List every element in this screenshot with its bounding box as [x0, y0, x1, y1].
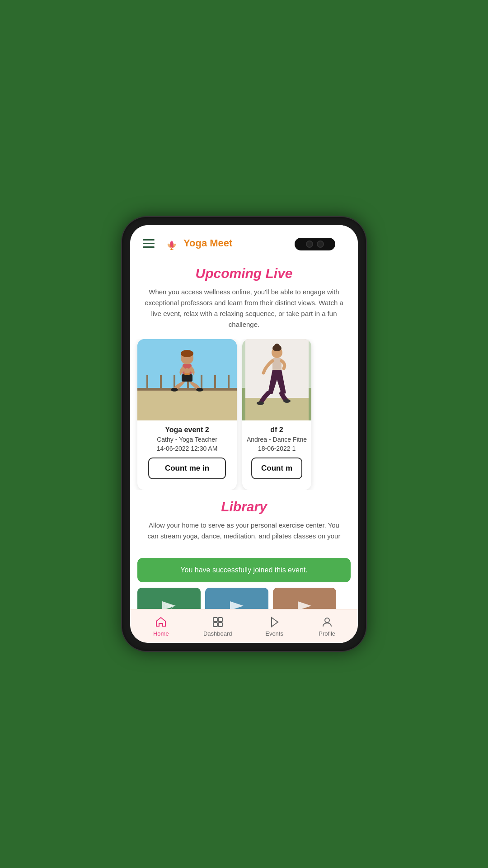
upcoming-live-title: Upcoming Live — [130, 266, 358, 281]
nav-dashboard-label: Dashboard — [203, 630, 232, 637]
event-card-2-body: df 2 Andrea - Dance Fitne 18-06-2022 1 C… — [242, 420, 311, 490]
nav-home[interactable]: Home — [145, 612, 177, 641]
count-me-in-button-2[interactable]: Count m — [251, 458, 302, 479]
success-toast: You have successfully joined this event. — [137, 558, 351, 582]
event-card-1-datetime: 14-06-2022 12:30 AM — [144, 445, 230, 452]
event-card-2-image — [242, 339, 311, 420]
phone-screen: Yoga Meet Upcoming Live When you access … — [130, 225, 358, 643]
svg-point-32 — [257, 401, 264, 405]
svg-rect-14 — [214, 375, 216, 391]
event-card-2-datetime: 18-06-2022 1 — [247, 445, 307, 452]
event-card-1-instructor: Cathy - Yoga Teacher — [144, 436, 230, 443]
home-icon — [155, 616, 167, 628]
svg-rect-10 — [160, 375, 162, 391]
svg-rect-27 — [245, 398, 309, 420]
yoga-figure-svg — [137, 339, 237, 420]
event-card-2-title: df 2 — [247, 426, 307, 434]
svg-marker-45 — [272, 618, 278, 627]
upcoming-live-desc: When you access wellness online, you'll … — [130, 287, 358, 330]
svg-point-22 — [196, 388, 203, 392]
camera-bar — [295, 238, 335, 250]
nav-dashboard[interactable]: Dashboard — [198, 612, 238, 641]
svg-rect-20 — [182, 374, 192, 382]
event-card-1: Yoga event 2 Cathy - Yoga Teacher 14-06-… — [137, 339, 237, 490]
logo-area: Yoga Meet — [164, 235, 232, 251]
event-card-1-body: Yoga event 2 Cathy - Yoga Teacher 14-06-… — [137, 420, 237, 490]
nav-events-label: Events — [265, 630, 283, 637]
camera-lens-1 — [306, 241, 313, 248]
count-me-in-button-1[interactable]: Count me in — [148, 458, 226, 479]
svg-rect-15 — [228, 375, 230, 391]
hamburger-line-1 — [143, 239, 155, 241]
svg-point-18 — [181, 350, 193, 357]
bottom-navigation: Home Dashboard — [130, 609, 358, 643]
svg-point-46 — [325, 618, 329, 623]
svg-point-33 — [283, 399, 291, 403]
svg-rect-24 — [184, 373, 190, 375]
svg-rect-41 — [213, 618, 217, 622]
profile-icon — [321, 616, 333, 628]
event-cards-row: Yoga event 2 Cathy - Yoga Teacher 14-06-… — [130, 339, 358, 490]
library-desc: Allow your home to serve as your persona… — [130, 520, 358, 542]
phone-shell: Yoga Meet Upcoming Live When you access … — [122, 217, 366, 651]
menu-button[interactable] — [141, 237, 156, 250]
events-icon — [268, 616, 281, 628]
event-card-1-image — [137, 339, 237, 420]
event-card-2-instructor: Andrea - Dance Fitne — [247, 436, 307, 443]
nav-profile[interactable]: Profile — [311, 612, 343, 641]
hamburger-line-3 — [143, 246, 155, 248]
lotus-icon — [164, 235, 180, 251]
svg-rect-43 — [213, 623, 217, 627]
svg-rect-44 — [218, 623, 222, 627]
hamburger-line-2 — [143, 243, 155, 244]
dance-figure-svg — [245, 339, 309, 420]
event-card-1-title: Yoga event 2 — [144, 426, 230, 434]
nav-events[interactable]: Events — [258, 612, 290, 641]
svg-rect-42 — [218, 618, 222, 622]
camera-lens-2 — [317, 241, 324, 248]
app-title: Yoga Meet — [183, 237, 232, 249]
svg-point-21 — [171, 388, 178, 392]
nav-home-label: Home — [153, 630, 169, 637]
svg-point-30 — [274, 344, 280, 349]
event-card-2: df 2 Andrea - Dance Fitne 18-06-2022 1 C… — [242, 339, 311, 490]
nav-profile-label: Profile — [319, 630, 335, 637]
dashboard-icon — [211, 616, 224, 628]
library-title: Library — [130, 499, 358, 514]
main-content[interactable]: Upcoming Live When you access wellness o… — [130, 257, 358, 643]
svg-rect-9 — [146, 375, 148, 391]
svg-rect-16 — [137, 391, 237, 420]
library-section: Library Allow your home to serve as your… — [130, 499, 358, 558]
